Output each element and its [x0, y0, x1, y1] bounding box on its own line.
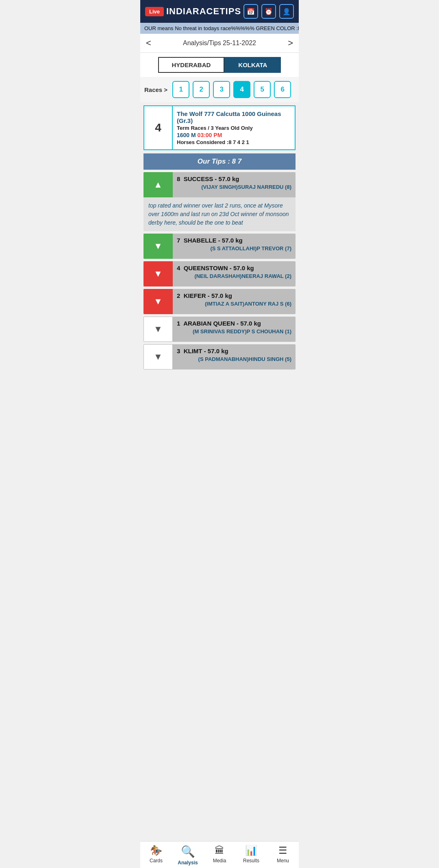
tab-hyderabad[interactable]: HYDERABAD [158, 57, 225, 73]
down-arrow-icon [154, 296, 163, 307]
horse-indicator-8 [143, 172, 173, 197]
user-icon[interactable]: 👤 [279, 4, 294, 19]
horse-info-2: 2 KIEFER - 57.0 kg (IMTIAZ A SAIT)ANTONY… [173, 289, 296, 314]
race-btn-3[interactable]: 3 [213, 81, 230, 98]
horse-info-7: 7 SHABELLE - 57.0 kg (S S ATTAOLLAHI)P T… [173, 234, 296, 259]
horse-main-row-3: 3 KLIMT - 57.0 kg (S PADMANABHAN)HINDU S… [143, 344, 296, 370]
down-arrow-icon [154, 241, 163, 251]
horse-jockey-1: (M SRINIVAS REDDY)P S CHOUHAN (1) [177, 328, 291, 335]
horse-jockey-4: (NEIL DARASHAH)NEERAJ RAWAL (2) [177, 273, 291, 279]
down-arrow-icon [154, 269, 163, 279]
horse-comment-8: top rated and winner over last 2 runs, o… [143, 197, 296, 231]
horse-entry-3: 3 KLIMT - 57.0 kg (S PADMANABHAN)HINDU S… [143, 344, 296, 370]
app-title: INDIARACETIPS [166, 6, 241, 17]
races-row: Races > 1 2 3 4 5 6 [140, 77, 299, 102]
race-btn-4[interactable]: 4 [233, 81, 250, 98]
down-arrow-icon [154, 324, 163, 335]
horse-indicator-4 [143, 261, 173, 286]
next-button[interactable]: > [288, 38, 293, 48]
tips-bar: Our Tips : 8 7 [143, 153, 296, 170]
tab-kolkata[interactable]: KOLKATA [224, 57, 281, 73]
horse-entry-7: 7 SHABELLE - 57.0 kg (S S ATTAOLLAHI)P T… [143, 234, 296, 259]
race-details: The Wolf 777 Calcutta 1000 Guineas (Gr.3… [173, 106, 295, 149]
down-arrow-icon [154, 352, 163, 362]
horse-indicator-1 [143, 317, 173, 342]
horse-indicator-3 [143, 344, 173, 370]
race-btn-1[interactable]: 1 [172, 81, 189, 98]
horse-jockey-3: (S PADMANABHAN)HINDU SINGH (5) [177, 356, 291, 362]
races-label: Races > [144, 86, 167, 93]
horse-entry-1: 1 ARABIAN QUEEN - 57.0 kg (M SRINIVAS RE… [143, 317, 296, 342]
race-type: Term Races / 3 Years Old Only [177, 125, 291, 131]
header-icons: 📅 ⏰ 👤 [243, 4, 294, 19]
horse-name-1: 1 ARABIAN QUEEN - 57.0 kg [177, 320, 291, 327]
horse-name-8: 8 SUCCESS - 57.0 kg [177, 175, 291, 182]
calendar-icon[interactable]: 📅 [243, 4, 258, 19]
horse-info-8: 8 SUCCESS - 57.0 kg (VIJAY SINGH)SURAJ N… [173, 172, 296, 197]
up-arrow-icon [154, 179, 163, 190]
ticker-bar: OUR means No threat in todays race%%%%% … [140, 23, 299, 34]
race-btn-5[interactable]: 5 [254, 81, 271, 98]
nav-title: Analysis/Tips 25-11-2022 [183, 39, 256, 47]
horse-info-3: 3 KLIMT - 57.0 kg (S PADMANABHAN)HINDU S… [173, 344, 296, 370]
horse-entry-8: 8 SUCCESS - 57.0 kg (VIJAY SINGH)SURAJ N… [143, 172, 296, 231]
race-horses-considered: Horses Considered :8 7 4 2 1 [177, 139, 291, 145]
horse-main-row-2: 2 KIEFER - 57.0 kg (IMTIAZ A SAIT)ANTONY… [143, 289, 296, 314]
app-header: Live INDIARACETIPS 📅 ⏰ 👤 [140, 0, 299, 23]
prev-button[interactable]: < [146, 38, 151, 48]
horse-main-row-7: 7 SHABELLE - 57.0 kg (S S ATTAOLLAHI)P T… [143, 234, 296, 259]
race-meta: 1600 M 03:00 PM [177, 132, 291, 138]
horse-info-1: 1 ARABIAN QUEEN - 57.0 kg (M SRINIVAS RE… [173, 317, 296, 342]
horse-main-row-8: 8 SUCCESS - 57.0 kg (VIJAY SINGH)SURAJ N… [143, 172, 296, 197]
horse-info-4: 4 QUEENSTOWN - 57.0 kg (NEIL DARASHAH)NE… [173, 261, 296, 286]
horse-entry-4: 4 QUEENSTOWN - 57.0 kg (NEIL DARASHAH)NE… [143, 261, 296, 286]
horse-jockey-8: (VIJAY SINGH)SURAJ NARREDU (8) [177, 184, 291, 190]
nav-row: < Analysis/Tips 25-11-2022 > [140, 34, 299, 53]
race-btn-6[interactable]: 6 [274, 81, 291, 98]
race-name: The Wolf 777 Calcutta 1000 Guineas (Gr.3… [177, 110, 291, 124]
alarm-icon[interactable]: ⏰ [261, 4, 276, 19]
horse-indicator-2 [143, 289, 173, 314]
horse-name-4: 4 QUEENSTOWN - 57.0 kg [177, 265, 291, 271]
horse-jockey-7: (S S ATTAOLLAHI)P TREVOR (7) [177, 245, 291, 251]
horse-main-row-1: 1 ARABIAN QUEEN - 57.0 kg (M SRINIVAS RE… [143, 317, 296, 342]
city-tabs: HYDERABAD KOLKATA [140, 53, 299, 77]
horse-name-2: 2 KIEFER - 57.0 kg [177, 292, 291, 299]
live-badge: Live [145, 7, 164, 16]
race-distance: 1600 M [177, 132, 196, 138]
horse-main-row-4: 4 QUEENSTOWN - 57.0 kg (NEIL DARASHAH)NE… [143, 261, 296, 286]
horse-indicator-7 [143, 234, 173, 259]
race-time: 03:00 PM [198, 132, 222, 138]
horse-entry-2: 2 KIEFER - 57.0 kg (IMTIAZ A SAIT)ANTONY… [143, 289, 296, 314]
race-btn-2[interactable]: 2 [193, 81, 210, 98]
race-info-card: 4 The Wolf 777 Calcutta 1000 Guineas (Gr… [143, 105, 296, 150]
race-number: 4 [144, 106, 173, 149]
horse-name-7: 7 SHABELLE - 57.0 kg [177, 237, 291, 244]
horse-name-3: 3 KLIMT - 57.0 kg [177, 348, 291, 354]
horse-jockey-2: (IMTIAZ A SAIT)ANTONY RAJ S (6) [177, 301, 291, 307]
